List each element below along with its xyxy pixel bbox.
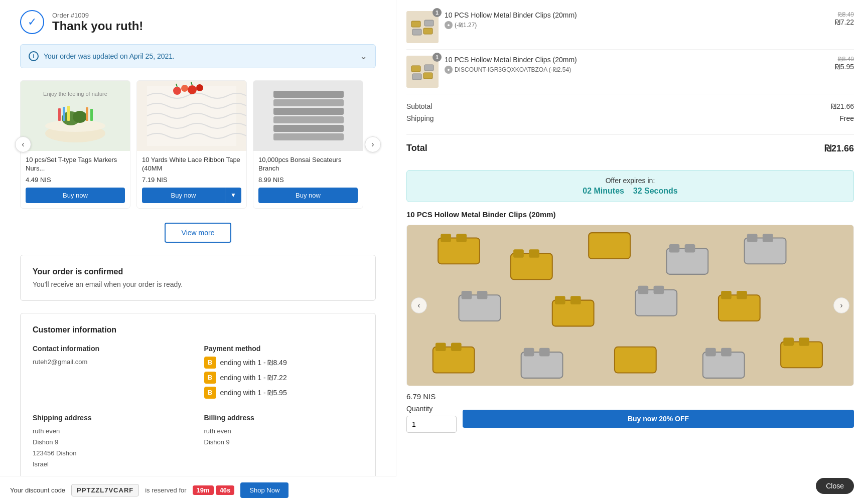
buy-dropdown-arrow-2[interactable]: ▼ (225, 188, 241, 203)
order-header: ✓ Order #1009 Thank you ruth! (20, 10, 376, 34)
buy-now-upsell-button[interactable]: Buy now 20% OFF (463, 410, 854, 428)
product-info-3: 10,000pcs Bonsai Secateurs Branch 8.99 N… (253, 151, 363, 208)
svg-rect-60 (721, 291, 732, 299)
payment-item-2: B ending with 1 - ₪7.22 (204, 372, 364, 384)
svg-rect-64 (451, 343, 462, 352)
item-image-wrap-1: 1 (406, 11, 439, 43)
item-discount-text-1: (-₪1.27) (455, 22, 477, 29)
svg-rect-34 (412, 74, 421, 80)
payment-icon-3: B (204, 387, 216, 399)
product-image-2 (137, 81, 246, 151)
item-details-2: 10 PCS Hollow Metal Binder Clips (20mm) … (445, 56, 829, 74)
svg-rect-32 (411, 66, 420, 72)
product-info-2: 10 Yards White Lace Ribbon Tape (40MM 7.… (137, 151, 246, 208)
coin-icon-2: ● (445, 66, 453, 74)
item-name-1: 10 PCS Hollow Metal Binder Clips (20mm) (445, 11, 829, 19)
subtotal-label: Subtotal (406, 102, 432, 110)
item-final-price-1: ₪7.22 (835, 18, 854, 26)
svg-rect-9 (86, 107, 88, 121)
payment-label-1: ending with 1 - ₪8.49 (220, 359, 287, 367)
shipping-row: Shipping Free (406, 114, 854, 122)
svg-rect-25 (273, 133, 344, 140)
svg-rect-39 (456, 234, 467, 242)
customer-info-grid: Contact information ruteh2@gmail.com Pay… (33, 345, 363, 470)
svg-rect-12 (147, 86, 236, 146)
buy-now-button-2[interactable]: Buy now (142, 188, 225, 203)
order-summary: Subtotal ₪21.66 Shipping Free (406, 94, 854, 135)
shipping-title: Shipping address (33, 414, 192, 422)
svg-rect-49 (763, 234, 773, 242)
shipping-block: Shipping address ruth evenDishon 9123456… (33, 414, 192, 470)
svg-rect-29 (412, 29, 421, 35)
svg-rect-35 (423, 73, 433, 79)
buy-now-button-1[interactable]: Buy now (26, 188, 125, 203)
shop-now-button[interactable]: Shop Now (240, 482, 289, 498)
view-more-button[interactable]: View more (165, 223, 232, 243)
product-name-1: 10 pcs/Set T-type Tags Markers Nurs... (26, 156, 125, 173)
info-icon: i (29, 51, 39, 61)
offer-expires-title: Offer expires in: (415, 177, 845, 185)
quantity-input[interactable] (406, 416, 457, 433)
carousel-product-2: 10 Yards White Lace Ribbon Tape (40MM 7.… (136, 80, 247, 209)
svg-rect-28 (424, 20, 434, 26)
svg-rect-70 (705, 348, 716, 357)
contact-title: Contact information (33, 345, 192, 353)
carousel-prev-button[interactable]: ‹ (15, 136, 31, 152)
svg-rect-51 (462, 291, 472, 299)
customer-info-title: Customer information (33, 325, 363, 334)
product-price-3: 8.99 NIS (258, 176, 358, 184)
item-original-price-2: ₪8.49 (835, 56, 854, 63)
svg-rect-42 (529, 249, 539, 258)
svg-rect-57 (638, 286, 649, 294)
chevron-down-icon[interactable]: ⌄ (360, 51, 367, 62)
svg-rect-27 (411, 21, 420, 27)
order-item-2: 1 10 PCS Hollow Metal Binder Clips (20mm… (406, 50, 854, 94)
item-details-1: 10 PCS Hollow Metal Binder Clips (20mm) … (445, 11, 829, 29)
svg-rect-73 (783, 338, 794, 346)
update-banner: i Your order was updated on April 25, 20… (20, 44, 376, 68)
billing-title: Billing address (204, 414, 364, 422)
svg-rect-41 (513, 249, 524, 258)
svg-rect-43 (589, 233, 630, 259)
shipping-address: ruth evenDishon 9123456 DishonIsrael (33, 426, 192, 470)
item-original-price-1: ₪8.49 (835, 11, 854, 18)
svg-point-15 (188, 85, 197, 94)
svg-point-14 (181, 85, 188, 92)
buy-now-button-3[interactable]: Buy now (258, 188, 358, 203)
payment-title: Payment method (204, 345, 364, 353)
item-quantity-badge-1: 1 (433, 8, 442, 17)
svg-rect-68 (615, 347, 656, 373)
item-discount-2: ● DISCOUNT-IGR3GQXKOATBZOA (-₪2.54) (445, 66, 829, 74)
offer-expires-box: Offer expires in: 02 Minutes 32 Seconds (406, 170, 854, 202)
item-prices-1: ₪8.49 ₪7.22 (835, 11, 854, 26)
carousel-track: Enjoy the feeling of nature (20, 80, 376, 209)
payment-item-3: B ending with 1 - ₪5.95 (204, 387, 364, 399)
discount-timer-minutes: 19m (193, 485, 214, 495)
upsell-next-button[interactable]: › (833, 297, 849, 313)
close-button[interactable]: Close (816, 478, 854, 494)
quantity-label: Quantity (406, 405, 457, 413)
product-info-1: 10 pcs/Set T-type Tags Markers Nurs... 4… (21, 151, 130, 208)
upsell-prev-button[interactable]: ‹ (411, 297, 427, 313)
svg-rect-22 (273, 108, 344, 115)
svg-rect-67 (539, 348, 550, 357)
svg-rect-30 (423, 28, 433, 34)
contact-email: ruteh2@gmail.com (33, 357, 192, 368)
product-name-3: 10,000pcs Bonsai Secateurs Branch (258, 156, 358, 173)
upsell-product-title: 10 PCS Hollow Metal Binder Clips (20mm) (406, 210, 854, 219)
svg-rect-21 (273, 99, 344, 106)
svg-point-13 (173, 87, 181, 95)
svg-rect-74 (799, 338, 809, 346)
carousel-next-button[interactable]: › (365, 136, 381, 152)
offer-seconds: 32 Seconds (633, 187, 678, 195)
discount-label: Your discount code (10, 486, 65, 494)
svg-rect-58 (654, 286, 664, 294)
svg-rect-10 (90, 109, 93, 121)
order-number: Order #1009 (52, 12, 143, 19)
offer-minutes: 02 Minutes (583, 187, 624, 195)
item-discount-text-2: DISCOUNT-IGR3GQXKOATBZOA (-₪2.54) (455, 66, 571, 73)
order-confirmed-subtitle: You'll receive an email when your order … (33, 280, 363, 288)
svg-rect-20 (273, 91, 344, 98)
right-panel: 1 10 PCS Hollow Metal Binder Clips (20mm… (396, 0, 864, 504)
left-panel: ✓ Order #1009 Thank you ruth! i Your ord… (0, 0, 396, 504)
